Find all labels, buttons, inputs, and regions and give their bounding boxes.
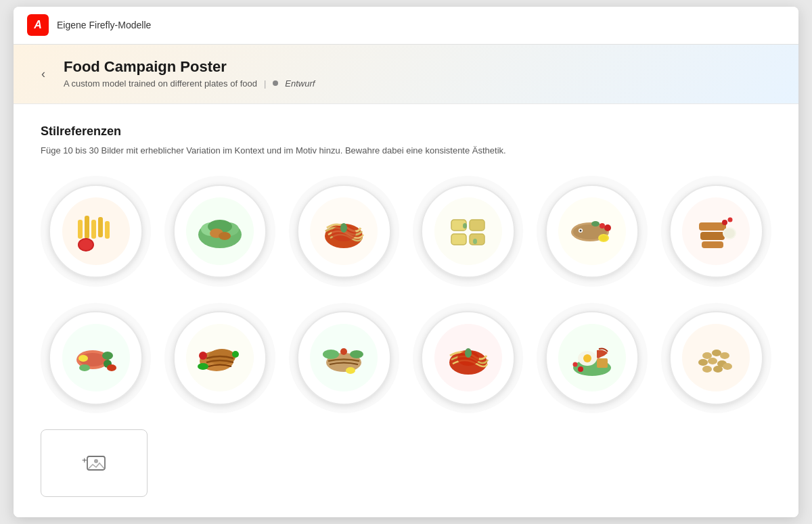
svg-point-34 <box>600 223 605 229</box>
list-item[interactable] <box>164 303 275 413</box>
svg-point-33 <box>604 224 611 231</box>
plate <box>545 311 639 405</box>
svg-rect-72 <box>597 358 608 368</box>
svg-point-78 <box>720 352 729 359</box>
header-band: ‹ Food Campaign Poster A custom model tr… <box>14 45 798 104</box>
plate <box>173 185 267 279</box>
svg-point-60 <box>323 350 339 359</box>
plate <box>421 311 515 405</box>
adobe-logo: A <box>27 14 49 36</box>
svg-point-73 <box>578 366 583 372</box>
svg-point-56 <box>232 351 239 358</box>
food-images-row2 <box>41 303 771 413</box>
svg-point-43 <box>728 218 733 222</box>
add-image-icon: + <box>82 454 106 473</box>
svg-point-83 <box>713 366 723 373</box>
plate <box>669 311 763 405</box>
svg-point-36 <box>682 197 750 265</box>
status-indicator-dot <box>273 80 278 86</box>
svg-point-76 <box>702 352 712 359</box>
list-item[interactable] <box>41 303 151 413</box>
svg-point-80 <box>708 358 717 364</box>
top-nav: A Eigene Firefly-Modelle <box>14 7 798 45</box>
svg-rect-22 <box>451 234 466 245</box>
adobe-logo-letter: A <box>34 20 42 30</box>
food-images-row1 <box>41 176 771 286</box>
campaign-description: A custom model trained on different plat… <box>64 78 257 89</box>
section-description: Füge 10 bis 30 Bilder mit erheblicher Va… <box>41 144 771 158</box>
svg-rect-38 <box>700 232 725 240</box>
svg-rect-1 <box>78 220 83 239</box>
svg-point-87 <box>94 459 98 463</box>
svg-point-41 <box>724 229 735 238</box>
svg-point-19 <box>434 197 502 265</box>
svg-rect-3 <box>91 220 96 239</box>
add-image-box[interactable]: + <box>41 429 148 497</box>
svg-point-77 <box>712 350 721 356</box>
campaign-meta: A custom model trained on different plat… <box>64 78 778 89</box>
list-item[interactable] <box>661 303 771 413</box>
list-item[interactable] <box>413 176 523 286</box>
svg-rect-21 <box>470 220 484 231</box>
svg-rect-2 <box>85 216 89 239</box>
plate <box>545 185 639 279</box>
plate <box>297 185 391 279</box>
meta-separator: | <box>264 78 266 89</box>
list-item[interactable] <box>41 176 151 286</box>
list-item[interactable] <box>537 176 647 286</box>
svg-point-24 <box>463 223 467 229</box>
svg-rect-4 <box>98 217 103 237</box>
list-item[interactable] <box>661 176 771 286</box>
svg-point-62 <box>340 348 347 355</box>
svg-point-61 <box>350 350 363 358</box>
status-label: Entwurf <box>285 78 315 89</box>
svg-point-75 <box>682 324 750 391</box>
svg-point-30 <box>579 230 581 232</box>
svg-point-32 <box>600 235 608 241</box>
svg-point-63 <box>346 367 355 374</box>
list-item[interactable] <box>289 176 399 286</box>
svg-point-55 <box>199 352 207 360</box>
svg-point-71 <box>583 354 591 362</box>
svg-point-84 <box>723 363 732 370</box>
section-title: Stilreferenzen <box>41 124 771 139</box>
nav-title: Eigene Firefly-Modelle <box>57 20 151 30</box>
svg-point-42 <box>722 220 727 225</box>
main-content: Stilreferenzen Füge 10 bis 30 Bilder mit… <box>14 104 798 517</box>
plate <box>669 185 763 279</box>
plate <box>173 311 267 405</box>
header-info: Food Campaign Poster A custom model trai… <box>64 58 778 89</box>
svg-rect-39 <box>702 241 723 248</box>
app-window: A Eigene Firefly-Modelle ‹ Food Campaign… <box>14 7 798 517</box>
svg-point-14 <box>219 232 231 240</box>
svg-point-47 <box>102 352 113 360</box>
svg-point-79 <box>698 359 708 366</box>
svg-point-7 <box>79 239 93 250</box>
svg-point-18 <box>340 223 347 233</box>
svg-rect-5 <box>105 221 110 239</box>
svg-point-67 <box>465 348 472 358</box>
list-item[interactable] <box>413 303 523 413</box>
campaign-title: Food Campaign Poster <box>64 58 778 76</box>
svg-point-57 <box>198 363 208 370</box>
plate <box>297 311 391 405</box>
svg-point-25 <box>473 239 477 244</box>
svg-text:+: + <box>82 455 87 465</box>
plate <box>49 185 143 279</box>
svg-rect-23 <box>470 234 484 245</box>
svg-point-49 <box>79 364 90 371</box>
list-item[interactable] <box>537 303 647 413</box>
svg-point-51 <box>78 355 88 362</box>
svg-point-82 <box>702 366 712 373</box>
svg-point-74 <box>572 362 577 367</box>
list-item[interactable] <box>164 176 275 286</box>
svg-point-35 <box>591 221 600 227</box>
back-button[interactable]: ‹ <box>34 64 53 83</box>
plate <box>49 311 143 405</box>
svg-rect-37 <box>699 222 726 231</box>
svg-point-50 <box>107 364 116 371</box>
list-item[interactable] <box>289 303 399 413</box>
plate <box>421 185 515 279</box>
